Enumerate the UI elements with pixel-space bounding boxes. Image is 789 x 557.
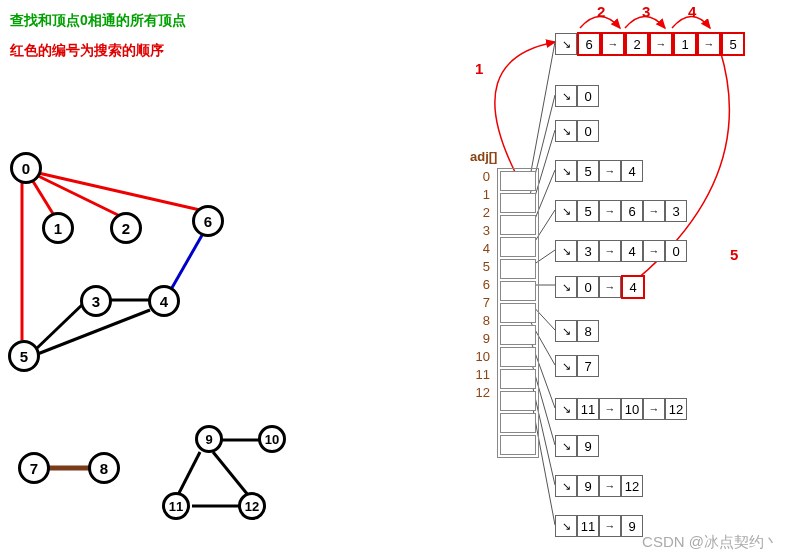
arrow-icon: → xyxy=(599,160,621,182)
arrow-icon: → xyxy=(599,515,621,537)
adj-label: adj[] xyxy=(470,149,497,164)
vertex-4: 4 xyxy=(148,285,180,317)
adj-node: 5 xyxy=(577,200,599,222)
adj-node: 9 xyxy=(577,435,599,457)
adj-node: 11 xyxy=(577,515,599,537)
adj-row-7: ↘8 xyxy=(555,320,599,342)
adj-node: 3 xyxy=(665,200,687,222)
svg-line-10 xyxy=(178,452,200,495)
adj-node: 4 xyxy=(621,160,643,182)
vertex-0: 0 xyxy=(10,152,42,184)
svg-line-11 xyxy=(213,452,248,495)
adj-row-6: ↘0→4 xyxy=(555,275,645,299)
adj-node: 8 xyxy=(577,320,599,342)
vertex-2: 2 xyxy=(110,212,142,244)
adj-node: 5 xyxy=(721,32,745,56)
vertex-12: 12 xyxy=(238,492,266,520)
adj-node: 9 xyxy=(621,515,643,537)
vertex-9: 9 xyxy=(195,425,223,453)
adj-row-1: ↘0 xyxy=(555,85,599,107)
adj-node: 9 xyxy=(577,475,599,497)
step-1: 1 xyxy=(475,60,483,77)
step-3: 3 xyxy=(642,3,650,20)
arrow-icon: → xyxy=(649,32,673,56)
vertex-5: 5 xyxy=(8,340,40,372)
arrow-icon: → xyxy=(599,240,621,262)
svg-line-2 xyxy=(34,172,200,210)
vertex-11: 11 xyxy=(162,492,190,520)
adj-node: 7 xyxy=(577,355,599,377)
vertex-6: 6 xyxy=(192,205,224,237)
adj-row-12: ↘11→9 xyxy=(555,515,643,537)
adj-node: 0 xyxy=(577,276,599,298)
vertex-7: 7 xyxy=(18,452,50,484)
arrow-icon: → xyxy=(697,32,721,56)
arrow-icon: → xyxy=(601,32,625,56)
adj-row-9: ↘11→10→12 xyxy=(555,398,687,420)
step-5: 5 xyxy=(730,246,738,263)
svg-line-1 xyxy=(30,172,122,217)
arrow-icon: → xyxy=(599,200,621,222)
adj-row-4: ↘5→6→3 xyxy=(555,200,687,222)
adj-node: 3 xyxy=(577,240,599,262)
adj-row-2: ↘0 xyxy=(555,120,599,142)
adj-array xyxy=(497,168,539,458)
watermark: CSDN @冰点契约丶 xyxy=(642,533,779,552)
adj-node: 4 xyxy=(621,275,645,299)
step-4: 4 xyxy=(688,3,696,20)
adj-node: 0 xyxy=(577,85,599,107)
adj-node: 2 xyxy=(625,32,649,56)
arrow-icon: → xyxy=(599,475,621,497)
adj-row-0: ↘6→2→1→5 xyxy=(555,32,745,56)
adj-node: 12 xyxy=(665,398,687,420)
adj-node: 11 xyxy=(577,398,599,420)
adj-node: 10 xyxy=(621,398,643,420)
adj-node: 6 xyxy=(577,32,601,56)
adj-node: 4 xyxy=(621,240,643,262)
adj-node: 1 xyxy=(673,32,697,56)
vertex-10: 10 xyxy=(258,425,286,453)
arrow-icon: → xyxy=(643,398,665,420)
adj-node: 0 xyxy=(577,120,599,142)
step-2: 2 xyxy=(597,3,605,20)
arrow-icon: → xyxy=(599,398,621,420)
adj-row-10: ↘9 xyxy=(555,435,599,457)
adj-row-3: ↘5→4 xyxy=(555,160,643,182)
vertex-3: 3 xyxy=(80,285,112,317)
adj-row-11: ↘9→12 xyxy=(555,475,643,497)
vertex-8: 8 xyxy=(88,452,120,484)
adj-node: 12 xyxy=(621,475,643,497)
adj-row-8: ↘7 xyxy=(555,355,599,377)
arrow-icon: → xyxy=(643,200,665,222)
adj-node: 6 xyxy=(621,200,643,222)
adj-node: 5 xyxy=(577,160,599,182)
svg-line-5 xyxy=(35,302,85,350)
adj-node: 0 xyxy=(665,240,687,262)
arrow-icon: → xyxy=(599,276,621,298)
vertex-1: 1 xyxy=(42,212,74,244)
adj-row-5: ↘3→4→0 xyxy=(555,240,687,262)
arrow-icon: → xyxy=(643,240,665,262)
